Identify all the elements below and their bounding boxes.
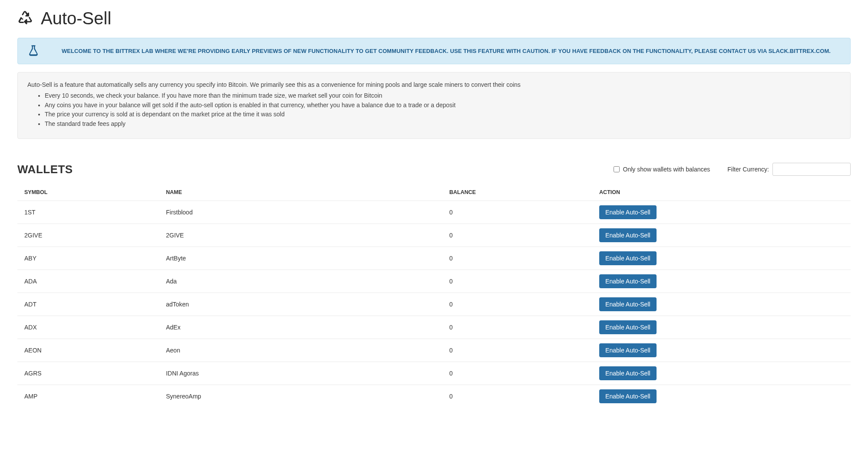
enable-auto-sell-button[interactable]: Enable Auto-Sell [599, 297, 657, 311]
cell-name: ArtByte [159, 247, 442, 270]
cell-name: IDNI Agoras [159, 362, 442, 385]
info-bullet: The standard trade fees apply [45, 119, 841, 129]
banner-slack-link[interactable]: SLACK.BITTREX.COM [769, 48, 829, 54]
table-row: 1STFirstblood0Enable Auto-Sell [17, 201, 851, 224]
cell-name: Ada [159, 270, 442, 293]
enable-auto-sell-button[interactable]: Enable Auto-Sell [599, 251, 657, 265]
info-intro: Auto-Sell is a feature that automaticall… [27, 80, 841, 89]
col-spacer [692, 184, 851, 201]
enable-auto-sell-button[interactable]: Enable Auto-Sell [599, 389, 657, 403]
only-balances-checkbox[interactable] [614, 166, 620, 172]
col-symbol[interactable]: SYMBOL [17, 184, 159, 201]
cell-symbol: ADX [17, 316, 159, 339]
lab-banner: WELCOME TO THE BITTREX LAB WHERE WE'RE P… [17, 38, 851, 64]
cell-spacer [692, 201, 851, 224]
info-bullet: The price your currency is sold at is de… [45, 110, 841, 119]
cell-symbol: AGRS [17, 362, 159, 385]
cell-spacer [692, 385, 851, 408]
only-balances-label: Only show wallets with balances [623, 166, 710, 173]
cell-spacer [692, 224, 851, 247]
info-bullet: Every 10 seconds, we check your balance.… [45, 91, 841, 101]
cell-balance: 0 [442, 362, 592, 385]
cell-balance: 0 [442, 293, 592, 316]
filter-currency-wrap: Filter Currency: [727, 163, 851, 176]
info-bullet: Any coins you have in your balance will … [45, 101, 841, 110]
only-balances-checkbox-wrap[interactable]: Only show wallets with balances [614, 166, 710, 173]
cell-spacer [692, 362, 851, 385]
cell-spacer [692, 339, 851, 362]
enable-auto-sell-button[interactable]: Enable Auto-Sell [599, 366, 657, 380]
cell-symbol: AMP [17, 385, 159, 408]
cell-balance: 0 [442, 316, 592, 339]
cell-balance: 0 [442, 270, 592, 293]
page-header: Auto-Sell [17, 9, 851, 28]
wallets-controls: Only show wallets with balances Filter C… [614, 163, 851, 176]
enable-auto-sell-button[interactable]: Enable Auto-Sell [599, 205, 657, 219]
cell-name: Firstblood [159, 201, 442, 224]
recycle-icon [17, 10, 33, 27]
cell-spacer [692, 293, 851, 316]
cell-action: Enable Auto-Sell [592, 339, 692, 362]
enable-auto-sell-button[interactable]: Enable Auto-Sell [599, 343, 657, 357]
table-row: AMPSynereoAmp0Enable Auto-Sell [17, 385, 851, 408]
cell-name: Aeon [159, 339, 442, 362]
cell-action: Enable Auto-Sell [592, 224, 692, 247]
table-row: 2GIVE2GIVE0Enable Auto-Sell [17, 224, 851, 247]
banner-text-suffix: . [829, 48, 831, 54]
cell-symbol: 2GIVE [17, 224, 159, 247]
page-title: Auto-Sell [41, 9, 111, 28]
cell-action: Enable Auto-Sell [592, 201, 692, 224]
flask-icon [27, 44, 40, 58]
info-bullet-list: Every 10 seconds, we check your balance.… [27, 91, 841, 129]
cell-action: Enable Auto-Sell [592, 362, 692, 385]
info-panel: Auto-Sell is a feature that automaticall… [17, 72, 851, 139]
table-row: AGRSIDNI Agoras0Enable Auto-Sell [17, 362, 851, 385]
cell-balance: 0 [442, 339, 592, 362]
enable-auto-sell-button[interactable]: Enable Auto-Sell [599, 228, 657, 242]
cell-balance: 0 [442, 224, 592, 247]
col-action: ACTION [592, 184, 692, 201]
cell-symbol: ABY [17, 247, 159, 270]
cell-name: 2GIVE [159, 224, 442, 247]
wallets-table: SYMBOL NAME BALANCE ACTION 1STFirstblood… [17, 184, 851, 408]
cell-balance: 0 [442, 201, 592, 224]
enable-auto-sell-button[interactable]: Enable Auto-Sell [599, 274, 657, 288]
cell-action: Enable Auto-Sell [592, 247, 692, 270]
filter-currency-label: Filter Currency: [727, 166, 769, 173]
table-row: ABYArtByte0Enable Auto-Sell [17, 247, 851, 270]
wallets-header: WALLETS Only show wallets with balances … [17, 163, 851, 176]
cell-action: Enable Auto-Sell [592, 293, 692, 316]
cell-action: Enable Auto-Sell [592, 270, 692, 293]
col-name[interactable]: NAME [159, 184, 442, 201]
cell-name: AdEx [159, 316, 442, 339]
filter-currency-input[interactable] [772, 163, 851, 176]
table-row: ADAAda0Enable Auto-Sell [17, 270, 851, 293]
enable-auto-sell-button[interactable]: Enable Auto-Sell [599, 320, 657, 334]
cell-spacer [692, 316, 851, 339]
table-row: ADTadToken0Enable Auto-Sell [17, 293, 851, 316]
cell-symbol: 1ST [17, 201, 159, 224]
banner-text-prefix: WELCOME TO THE BITTREX LAB WHERE WE'RE P… [62, 48, 769, 54]
lab-banner-text: WELCOME TO THE BITTREX LAB WHERE WE'RE P… [52, 47, 841, 56]
wallets-table-header-row: SYMBOL NAME BALANCE ACTION [17, 184, 851, 201]
col-balance[interactable]: BALANCE [442, 184, 592, 201]
cell-name: adToken [159, 293, 442, 316]
cell-spacer [692, 247, 851, 270]
table-row: ADXAdEx0Enable Auto-Sell [17, 316, 851, 339]
table-row: AEONAeon0Enable Auto-Sell [17, 339, 851, 362]
cell-symbol: ADT [17, 293, 159, 316]
cell-symbol: ADA [17, 270, 159, 293]
cell-name: SynereoAmp [159, 385, 442, 408]
cell-balance: 0 [442, 247, 592, 270]
cell-action: Enable Auto-Sell [592, 316, 692, 339]
cell-balance: 0 [442, 385, 592, 408]
cell-spacer [692, 270, 851, 293]
cell-action: Enable Auto-Sell [592, 385, 692, 408]
wallets-heading: WALLETS [17, 163, 73, 176]
cell-symbol: AEON [17, 339, 159, 362]
